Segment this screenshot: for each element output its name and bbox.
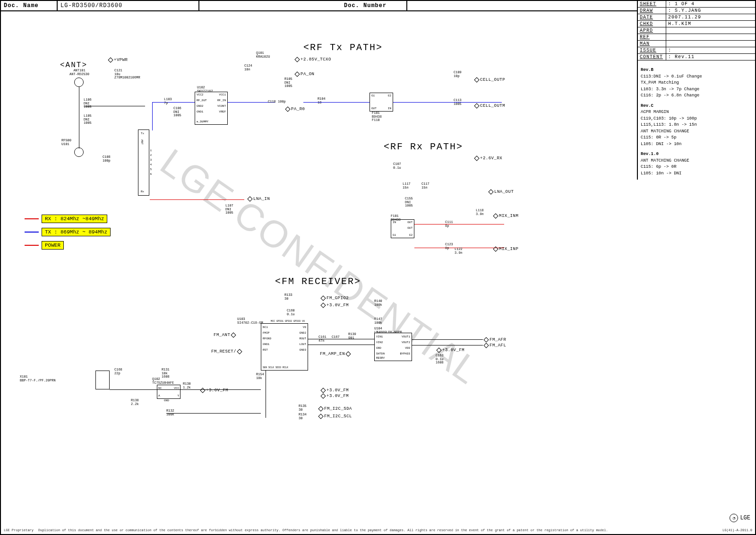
part-rf500: RF500U101 [61,139,71,146]
chip-u103: NC1 FMIP RFGND GND1 RST VD GND2 ROUT LOU… [261,323,308,371]
part-c117: C11715n [421,182,430,190]
net-fm-gpio2: FM_GPIO2 [320,296,349,301]
net-fm-amp-en: FM_AMP_EN [320,352,352,356]
chip-rf-switch: Tx ANT Rx 1 2 3 4 5 6 [138,129,149,196]
part-c118: C118 100p [268,100,286,104]
net-rx26: +2.6V_RX [473,156,502,161]
net-pa-on: PA_ON [294,72,315,77]
schematic-canvas: LGE CONFIDENTIAL <ANT> <RF Tx PATH> <RF … [1,11,639,522]
footer-mid: Duplication of this document and the use… [34,528,722,532]
tb-content-label: CONTENT [638,54,666,60]
chip-f101-rx: IN OUT OUT G1 G2 [391,219,414,238]
net-cell-outm: CELL_OUTM [473,104,505,108]
part-q102: Q102TC7SZU04AFE [152,378,174,385]
lge-logo: ◔ LGE [730,514,750,522]
section-rx: <RF Rx PATH> [384,141,463,152]
tb-content-value: : Rev.11 [666,54,755,60]
net-tcxo: +2.85V_TCXO [294,57,331,62]
legend-rx-label: RX : 824Mhz ~849Mhz [42,215,107,223]
part-u103: U103SI4702-C19-GM [237,318,263,325]
net-fm-afl: FM_AFL [483,343,506,348]
section-tx: <RF Tx PATH> [303,42,383,53]
part-c123: C1238p [445,243,453,250]
net-lna-in: LNA_IN [247,197,270,201]
legend-power-label: POWER [42,241,64,250]
net-cell-outp: CELL_OUTP [473,78,505,82]
part-l103: L1037p [164,98,172,105]
tb-aprd-label: APRD [638,27,666,34]
part-r135: R13530 [299,405,307,412]
legend-power: POWER [25,241,111,250]
part-r133: R13330 [284,293,292,301]
tb-date-value: 2007.11.29 [666,14,755,20]
rev-10-line: L105: 10n -> DNI [641,171,752,177]
docname-label: Doc. Name [1,1,58,10]
rev-c-line: C119,C103: 10p -> 100p [641,116,752,122]
rev-c-line: ANT MATCHING CHANGE [641,129,752,135]
tb-chkd-label: CHKD [638,21,666,27]
net-mix-inm: MIX_INM [492,214,518,218]
tb-issue-value: : [666,47,755,53]
rev-c-line: L115,L113: 1.8n -> 15n [641,122,752,129]
rev-10-line: C115: 6p -> 0R [641,164,752,171]
chip-x101 [95,371,110,389]
part-x101: X101BBP-T7-F./PF.20PRN [20,375,56,382]
net-pa-r0: PA_R0 [284,107,305,112]
net-lna-out: LNA_OUT [488,190,514,194]
net-fm-3v-4: +3.0V_FM [320,388,349,393]
legend-tx-label: TX : 869Mhz ~ 894Mhz [42,228,111,236]
part-c160: C1600.1u [287,309,295,316]
part-c108: C108100p [103,155,111,163]
part-f101: F101B9438F110 [372,112,382,122]
part-u104: U104LM4809LDX-NOPB [374,327,402,334]
rev-b-line: C116: 2p -> 6.8n Change [641,93,752,99]
part-r104: R10418 [318,97,326,104]
chip-u102: VCC2 VCC1 RF_OUT RF_IN GND2 VCONT GND1 V… [195,92,228,125]
part-r138: R1382.2k [131,399,139,406]
legend-tx: TX : 869Mhz ~ 894Mhz [25,228,111,236]
tb-sheet-value: : 1 OF 4 [666,1,755,7]
rev-c-line: ACPR MARGIN [641,109,752,116]
part-l107: L107DNI1005 [225,204,233,215]
net-fm-afr: FM_AFR [483,337,506,342]
part-r154: R15410k [256,373,264,380]
legend: RX : 824Mhz ~849Mhz TX : 869Mhz ~ 894Mhz… [25,215,111,254]
rev-10-line: ANT MATCHING CHANGE [641,158,752,164]
rev-10-title: Rev.1.0 [641,151,752,158]
part-c107: C1070.1u [393,163,401,170]
chip-u104: VIN1 VIN2 GND SHTDN RESRV VOUT1 VOUT2 VD… [374,333,412,361]
part-c168: C16822p [114,368,122,375]
part-c124: C12410n [244,64,252,71]
net-fm-3v-2: +3.0V_FM [436,348,464,353]
footer-right: LG(41)-A-2011.0 [722,528,752,532]
tb-aprd-value [666,27,755,34]
rf-connector-symbol [74,147,84,157]
tb-ref-value [666,34,755,40]
chip-f101-tx: G1 G2 OUT IN [369,93,393,112]
legend-rx: RX : 824Mhz ~849Mhz [25,215,111,223]
net-fm-reset: FM_RESET/ [211,349,243,354]
antenna-symbol [74,78,84,87]
net-fm-3v-1: +3.0V_FM [320,303,349,308]
part-q101: Q101KRA102U [256,52,270,59]
part-r130: R1301.2k [183,382,191,389]
part-c163: C1630.1u1608 [436,354,444,365]
rev-b-title: Rev.B [641,67,752,74]
part-ant101: ANT101ANT-RD2530 [69,69,89,76]
rev-c-title: Rev.C [641,103,752,110]
net-mix-inp: MIX_INP [492,247,518,251]
part-r134: R13430 [299,413,307,420]
part-c111: C1118p [445,221,453,228]
tb-sheet-label: SHEET [638,1,666,7]
docname-value: LG-RD3500/RD3600 [58,1,199,10]
lge-logo-icon: ◔ [730,514,738,522]
net-fm-ant: FM_ANT [214,333,237,337]
revision-notes: Rev.B C113:DNI -> 0.1uF Change TX_PAM Ma… [638,60,755,180]
part-c155: C155DNI1005 [405,197,413,208]
part-u102: U102SKY77162 [197,86,213,93]
part-r105: R105DNI1005 [284,78,292,88]
part-f101b: F101B9438 [391,215,401,222]
net-vpwr: +VPWR [107,58,128,62]
tb-issue-label: ISSUE [638,47,666,53]
tb-ref-label: REF [638,34,666,40]
